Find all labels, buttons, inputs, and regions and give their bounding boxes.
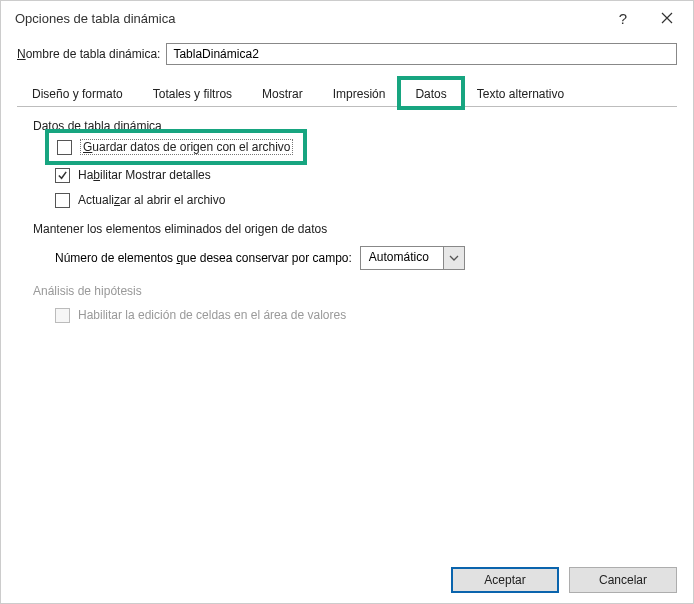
tab-show[interactable]: Mostrar bbox=[247, 79, 318, 107]
checkbox-label-show-details: Habilitar Mostrar detalles bbox=[78, 168, 211, 182]
tabs-container: Diseño y formato Totales y filtros Mostr… bbox=[1, 79, 693, 557]
retain-count-dropdown[interactable]: Automático bbox=[360, 246, 465, 270]
checkbox-row-refresh-open[interactable]: Actualizar al abrir el archivo bbox=[55, 193, 661, 208]
highlight-save-source: Guardar datos de origen con el archivo bbox=[45, 129, 307, 165]
checkbox-label-enable-edit: Habilitar la edición de celdas en el áre… bbox=[78, 308, 346, 322]
check-icon bbox=[57, 170, 68, 181]
tab-strip: Diseño y formato Totales y filtros Mostr… bbox=[17, 79, 677, 107]
checkbox-refresh-open[interactable] bbox=[55, 193, 70, 208]
dialog-footer: Aceptar Cancelar bbox=[1, 557, 693, 604]
section-what-if: Análisis de hipótesis bbox=[33, 284, 661, 298]
checkbox-label-refresh-open: Actualizar al abrir el archivo bbox=[78, 193, 225, 207]
pivot-name-input[interactable] bbox=[166, 43, 677, 65]
pivot-name-label: Nombre de tabla dinámica: bbox=[17, 47, 160, 61]
tab-print[interactable]: Impresión bbox=[318, 79, 401, 107]
dropdown-arrow-button[interactable] bbox=[443, 246, 465, 270]
chevron-down-icon bbox=[449, 255, 459, 261]
tab-panel-data: Datos de tabla dinámica Guardar datos de… bbox=[17, 107, 677, 557]
retain-count-label: Número de elementos que desea conservar … bbox=[55, 251, 352, 265]
tab-totals-filters[interactable]: Totales y filtros bbox=[138, 79, 247, 107]
titlebar: Opciones de tabla dinámica ? bbox=[1, 1, 693, 35]
close-icon bbox=[661, 12, 673, 24]
dropdown-value: Automático bbox=[360, 246, 443, 270]
help-button[interactable]: ? bbox=[601, 3, 645, 33]
dialog-title: Opciones de tabla dinámica bbox=[15, 11, 601, 26]
ok-button[interactable]: Aceptar bbox=[451, 567, 559, 593]
tab-alt-text[interactable]: Texto alternativo bbox=[462, 79, 579, 107]
pivot-name-row: Nombre de tabla dinámica: bbox=[1, 35, 693, 79]
tab-data[interactable]: Datos bbox=[400, 79, 461, 107]
checkbox-show-details[interactable] bbox=[55, 168, 70, 183]
checkbox-row-save-source[interactable]: Guardar datos de origen con el archivo bbox=[57, 139, 293, 155]
checkbox-save-source[interactable] bbox=[57, 140, 72, 155]
checkbox-enable-edit bbox=[55, 308, 70, 323]
tab-design-format[interactable]: Diseño y formato bbox=[17, 79, 138, 107]
close-button[interactable] bbox=[645, 3, 689, 33]
checkbox-label-save-source: Guardar datos de origen con el archivo bbox=[80, 139, 293, 155]
cancel-button[interactable]: Cancelar bbox=[569, 567, 677, 593]
section-retain-deleted: Mantener los elementos eliminados del or… bbox=[33, 222, 661, 236]
checkbox-row-show-details[interactable]: Habilitar Mostrar detalles bbox=[55, 168, 661, 183]
retain-count-row: Número de elementos que desea conservar … bbox=[55, 246, 661, 270]
checkbox-row-enable-edit: Habilitar la edición de celdas en el áre… bbox=[55, 308, 661, 323]
